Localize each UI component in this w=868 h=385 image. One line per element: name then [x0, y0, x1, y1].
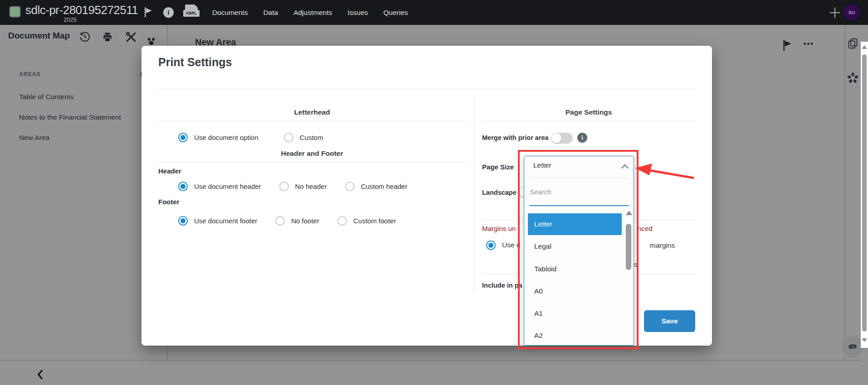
- option-label: Letter: [534, 220, 552, 228]
- radio-label[interactable]: Use document header: [194, 183, 261, 190]
- radio-use-document-footer[interactable]: [178, 216, 188, 226]
- header-group-label: Header: [158, 167, 181, 175]
- nav-queries[interactable]: Queries: [383, 9, 408, 17]
- document-year: 2025: [63, 16, 77, 23]
- header-footer-heading: Header and Footer: [158, 149, 466, 158]
- dropdown-option-letter-selected[interactable]: Letter: [528, 213, 622, 235]
- page-size-selected-value[interactable]: Letter: [533, 161, 551, 169]
- margin-text-fragment: s: [634, 260, 638, 268]
- flag-icon[interactable]: [142, 6, 153, 19]
- window-scrollbar[interactable]: [861, 42, 868, 348]
- radio-label[interactable]: Custom header: [361, 183, 408, 190]
- user-avatar[interactable]: au: [844, 4, 860, 20]
- include-in-page-label: Include in pa: [482, 282, 522, 289]
- landscape-label: Landscape: [482, 189, 517, 196]
- letterhead-heading: Letterhead: [158, 108, 466, 116]
- header-options: Use document header No header Custom hea…: [178, 181, 407, 191]
- document-title[interactable]: sdlc-pr-280195272511: [25, 3, 138, 17]
- save-button[interactable]: Save: [644, 310, 695, 332]
- radio-label[interactable]: Use d: [502, 241, 521, 249]
- dropdown-option-legal[interactable]: Legal: [534, 242, 551, 250]
- radio-label[interactable]: Use document footer: [194, 217, 257, 225]
- radio-no-header[interactable]: [279, 182, 289, 191]
- margin-option-fragment: margins: [650, 241, 675, 250]
- radio-use-document-option[interactable]: [178, 133, 188, 142]
- info-icon[interactable]: i: [163, 7, 174, 18]
- search-underline: [530, 205, 629, 206]
- dropdown-option-tabloid[interactable]: Tabloid: [534, 265, 556, 273]
- radio-label[interactable]: Custom: [300, 134, 323, 141]
- radio-custom-header[interactable]: [345, 182, 355, 191]
- letterhead-options: Use document option Custom: [178, 132, 323, 142]
- margins-warning-text: Margins un: [482, 225, 516, 232]
- margin-options: Use d: [486, 240, 521, 250]
- document-status-icon: [9, 6, 21, 18]
- scroll-up-arrow-icon[interactable]: [862, 45, 867, 49]
- chevron-up-icon[interactable]: [621, 164, 629, 169]
- dropdown-option-a1[interactable]: A1: [534, 309, 543, 318]
- scrollbar-thumb[interactable]: [862, 54, 867, 332]
- radio-no-footer[interactable]: [275, 216, 285, 226]
- xbrl-icon[interactable]: XBRL: [183, 5, 200, 20]
- radio-custom-letterhead[interactable]: [284, 133, 293, 142]
- radio-use-document-header[interactable]: [178, 182, 188, 191]
- scroll-down-arrow-icon[interactable]: [862, 338, 867, 342]
- nav-adjustments[interactable]: Adjustments: [293, 9, 332, 17]
- merge-info-icon[interactable]: i: [577, 133, 587, 143]
- margins-warning-text-fragment: nced: [638, 225, 653, 232]
- merge-toggle[interactable]: [551, 133, 573, 144]
- nav-issues[interactable]: Issues: [347, 9, 368, 17]
- page-size-search-input[interactable]: [530, 185, 620, 198]
- footer-group-label: Footer: [158, 198, 180, 206]
- nav-data[interactable]: Data: [263, 9, 278, 17]
- top-bar: sdlc-pr-280195272511 2025 i XBRL Documen…: [0, 0, 868, 25]
- list-scroll-up-icon[interactable]: [626, 211, 632, 215]
- page-size-label: Page Size: [482, 163, 514, 171]
- merge-with-prior-area-label: Merge with prior area: [482, 134, 549, 141]
- dialog-title: Print Settings: [158, 56, 232, 69]
- add-icon[interactable]: [828, 6, 842, 19]
- dropdown-option-a0[interactable]: A0: [534, 287, 543, 295]
- page-size-dropdown: Letter Letter Legal Tabloid A0 A1 A2: [524, 156, 634, 346]
- radio-custom-footer[interactable]: [337, 216, 347, 226]
- footer-options: Use document footer No footer Custom foo…: [178, 216, 396, 226]
- list-scrollbar-thumb[interactable]: [626, 224, 631, 270]
- radio-label[interactable]: Custom footer: [353, 217, 396, 225]
- dropdown-option-a2[interactable]: A2: [534, 332, 543, 340]
- nav-documents[interactable]: Documents: [212, 9, 248, 17]
- radio-label[interactable]: No footer: [291, 217, 319, 225]
- main-nav: Documents Data Adjustments Issues Querie…: [212, 0, 408, 25]
- radio-label[interactable]: No header: [295, 183, 327, 190]
- radio-use-document-margins[interactable]: [486, 241, 496, 250]
- page-settings-heading: Page Settings: [482, 108, 695, 116]
- radio-label[interactable]: Use document option: [194, 134, 258, 141]
